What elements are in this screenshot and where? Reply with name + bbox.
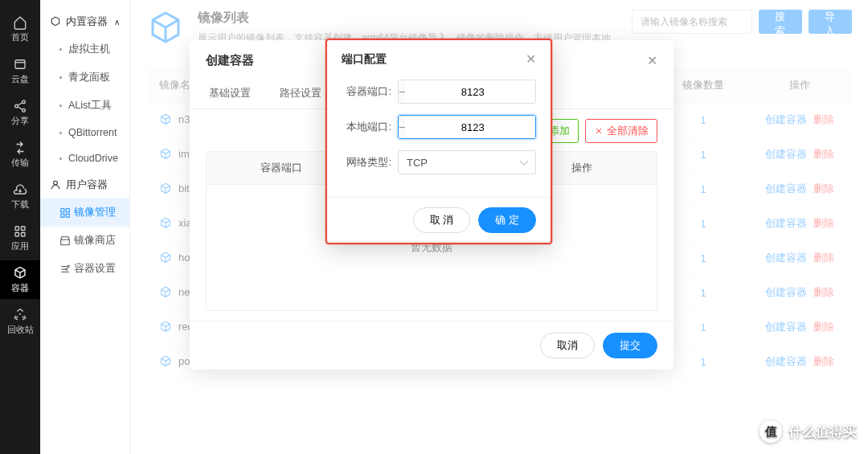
network-type-select[interactable]: TCP (398, 150, 536, 174)
submit-button[interactable]: 提交 (603, 333, 657, 358)
svg-point-8 (54, 181, 58, 185)
cancel-button[interactable]: 取消 (540, 333, 595, 358)
sidebar-item-qbit[interactable]: QBittorrent (40, 120, 129, 145)
svg-rect-6 (15, 232, 19, 236)
container-port-field[interactable] (405, 80, 536, 103)
port-cancel-button[interactable]: 取 消 (413, 207, 471, 233)
settings-icon (59, 264, 71, 275)
nav-apps[interactable]: 应用 (0, 219, 40, 257)
x-icon (594, 126, 604, 136)
clear-all-button[interactable]: 全部清除 (585, 119, 657, 143)
sidebar-item-clouddrive[interactable]: CloudDrive (40, 145, 129, 171)
container-port-input[interactable]: − + (398, 80, 536, 104)
port-config-modal: 端口配置 ✕ 容器端口: − + 本地端口: − + 网络类型: TCP 取 消… (326, 39, 552, 244)
sidebar-item-alist[interactable]: AList工具 (40, 92, 129, 120)
nav-container[interactable]: 容器 (0, 260, 40, 299)
svg-rect-0 (15, 59, 25, 68)
grid-icon (59, 207, 71, 219)
decrement-button[interactable]: − (399, 116, 405, 138)
svg-rect-4 (15, 227, 19, 231)
svg-point-14 (66, 268, 68, 269)
sidebar-item-vhost[interactable]: 虚拟主机 (40, 35, 129, 63)
sidebar-group-user[interactable]: 用户容器 (40, 171, 129, 198)
watermark-badge-icon: 值 (760, 420, 782, 443)
sidebar-item-container-settings[interactable]: 容器设置 (40, 255, 129, 283)
cube-icon (50, 16, 61, 27)
nav-cloud[interactable]: 云盘 (0, 51, 40, 90)
sidebar-item-image-store[interactable]: 镜像商店 (40, 227, 129, 255)
tab-basic[interactable]: 基础设置 (206, 78, 254, 108)
close-icon[interactable]: ✕ (647, 53, 657, 68)
svg-rect-11 (61, 214, 64, 217)
sidebar-item-qinglong[interactable]: 青龙面板 (40, 63, 129, 92)
modal-title: 创建容器 (206, 53, 254, 68)
svg-rect-10 (66, 208, 69, 211)
nav-recycle[interactable]: 回收站 (0, 302, 40, 341)
container-port-label: 容器端口: (342, 84, 391, 99)
decrement-button[interactable]: − (399, 80, 405, 103)
port-ok-button[interactable]: 确 定 (478, 207, 536, 233)
local-port-field[interactable] (405, 116, 536, 138)
local-port-label: 本地端口: (342, 120, 391, 134)
nav-download[interactable]: 下载 (0, 177, 40, 215)
network-type-label: 网络类型: (342, 155, 391, 170)
nav-share[interactable]: 分享 (0, 93, 40, 132)
user-icon (50, 179, 61, 190)
close-icon[interactable]: ✕ (526, 51, 536, 67)
nav-rail: 首页 云盘 分享 传输 下载 应用 容器 回收站 (0, 0, 40, 454)
local-port-input[interactable]: − + (398, 115, 536, 139)
chevron-up-icon: ∧ (114, 18, 120, 27)
svg-rect-9 (61, 208, 64, 211)
watermark: 值 什么值得买 (760, 420, 857, 443)
nav-transfer[interactable]: 传输 (0, 135, 40, 174)
svg-rect-12 (66, 214, 69, 217)
svg-rect-5 (22, 227, 26, 231)
svg-rect-7 (22, 232, 26, 236)
sidebar: 内置容器∧ 虚拟主机 青龙面板 AList工具 QBittorrent Clou… (40, 0, 130, 454)
nav-home[interactable]: 首页 (0, 10, 40, 48)
svg-point-13 (68, 265, 69, 267)
port-modal-title: 端口配置 (342, 52, 387, 67)
tab-path[interactable]: 路径设置 (276, 78, 325, 108)
sidebar-item-image-mgmt[interactable]: 镜像管理 (40, 198, 129, 227)
store-icon (59, 235, 71, 247)
sidebar-group-builtin[interactable]: 内置容器∧ (40, 8, 129, 35)
